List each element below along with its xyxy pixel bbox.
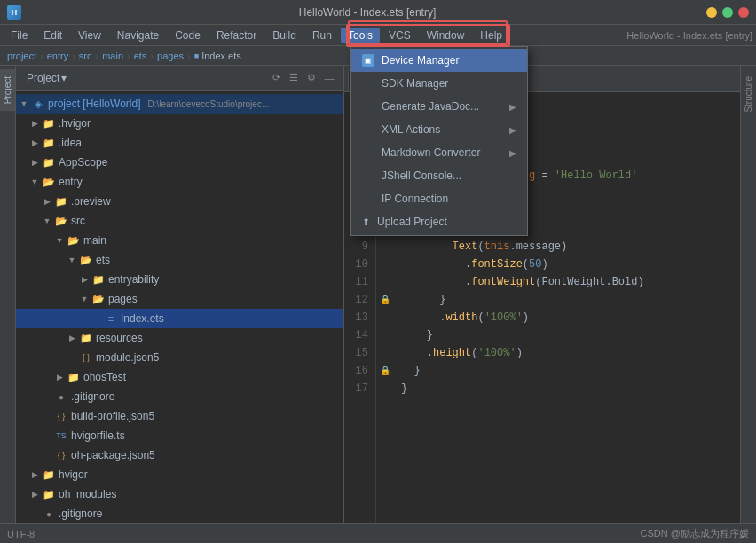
markdown-converter-label: Markdown Converter [382,146,480,159]
upload-project-label: Upload Project [377,216,447,228]
menu-item-upload-project[interactable]: ⬆ Upload Project [351,210,527,233]
code-line-12: } [401,291,733,309]
menu-item-jshell-console[interactable]: JShell Console... [351,164,527,187]
menu-item-markdown-converter[interactable]: Markdown Converter ▶ [351,141,527,164]
tree-item-hvigor[interactable]: ▶ 📁 .hvigor [16,114,343,133]
bottom-status: UTF-8 [7,529,35,539]
breadcrumb-main[interactable]: main [102,51,123,61]
generate-javadoc-label: Generate JavaDoc... [382,100,479,113]
expand-arrow: ▶ [67,334,76,342]
folder-icon: 📁 [80,332,92,344]
tree-item-pages[interactable]: ▼ 📂 pages [16,289,343,309]
submenu-arrow: ▶ [509,148,516,158]
tree-item-entryability[interactable]: ▶ 📁 entryability [16,270,343,289]
title-bar: H HelloWorld - Index.ets [entry] [0,0,756,25]
menu-help[interactable]: Help [473,28,509,43]
submenu-arrow: ▶ [509,102,516,112]
folder-open-icon: 📂 [92,293,105,305]
tree-item-hvigorfile-ts[interactable]: TS hvigorfile.ts [16,426,343,445]
minimize-button[interactable] [706,7,717,18]
tree-item-project-root[interactable]: ▼ ◈ project [HelloWorld] D:\learn\deveco… [16,94,343,114]
bottom-bar: UTF-8 CSDN @励志成为程序媛 [0,523,756,543]
expand-arrow: ▶ [55,373,64,382]
breadcrumb-ets[interactable]: ets [134,51,147,61]
menu-file[interactable]: File [4,28,35,43]
breadcrumb-file: ■ Index.ets [194,51,241,61]
expand-arrow: ▼ [55,236,64,245]
menu-refactor[interactable]: Refactor [209,28,264,43]
menu-navigate[interactable]: Navigate [110,28,166,43]
tree-item-appscope[interactable]: ▶ 📁 AppScope [16,153,343,172]
breadcrumb-entry[interactable]: entry [47,51,68,61]
tree-item-hvigor-root[interactable]: ▶ 📁 hvigor [16,465,343,484]
tree-item-idea[interactable]: ▶ 📁 .idea [16,133,343,153]
tree-item-gitignore-root[interactable]: ● .gitignore [16,504,343,523]
expand-arrow: ▶ [30,138,39,147]
ip-connection-label: IP Connection [382,193,448,205]
menu-item-ip-connection[interactable]: IP Connection [351,187,527,210]
panel-dropdown-arrow: ▾ [61,72,67,84]
breadcrumb-project[interactable]: project [7,51,36,61]
menu-tools[interactable]: Tools [341,28,380,43]
file-ts-icon: TS [55,429,67,442]
panel-icon-collapse[interactable]: ☰ [287,71,301,85]
tree-item-preview[interactable]: ▶ 📁 .preview [16,192,343,211]
title-display: HelloWorld - Index.ets [entry] [626,30,752,41]
tree-item-ohostest[interactable]: ▶ 📁 ohosTest [16,367,343,387]
file-tree: ▼ ◈ project [HelloWorld] D:\learn\deveco… [16,90,343,523]
tree-item-gitignore-entry[interactable]: ● .gitignore [16,387,343,406]
tree-item-ets[interactable]: ▼ 📂 ets [16,250,343,270]
file-generic-icon: ● [55,390,67,403]
tree-item-oh-modules[interactable]: ▶ 📁 oh_modules [16,484,343,504]
menu-edit[interactable]: Edit [36,28,69,43]
bottom-right: CSDN @励志成为程序媛 [641,527,749,540]
folder-icon: 📁 [43,156,55,169]
menu-bar: File Edit View Navigate Code Refactor Bu… [0,25,756,46]
tree-item-main[interactable]: ▼ 📂 main [16,231,343,250]
tree-item-index-ets[interactable]: ≡ Index.ets [16,309,343,328]
folder-open-icon: 📂 [67,234,80,247]
close-button[interactable] [738,7,749,18]
expand-arrow: ▶ [30,470,39,479]
panel-dropdown[interactable]: Project ▾ [23,70,70,86]
tree-item-module-json[interactable]: { } module.json5 [16,348,343,367]
menu-item-device-manager[interactable]: ▣ Device Manager [351,49,527,72]
upload-icon: ⬆ [362,216,370,228]
panel-icon-close[interactable]: — [322,71,336,85]
maximize-button[interactable] [722,7,733,18]
menu-build[interactable]: Build [265,28,303,43]
tree-item-oh-package[interactable]: { } oh-package.json5 [16,445,343,465]
sidebar-tab-structure[interactable]: Structure [741,69,756,120]
jshell-console-label: JShell Console... [382,169,461,182]
project-icon: ◈ [32,98,44,110]
right-sidebar: Structure [740,66,756,523]
menu-vcs[interactable]: VCS [382,28,418,43]
code-line-11: .fontWeight(FontWeight.Bold) [401,273,733,291]
menu-view[interactable]: View [71,28,108,43]
folder-icon: 📁 [43,488,55,500]
menu-item-generate-javadoc[interactable]: Generate JavaDoc... ▶ [351,95,527,118]
panel-icon-sync[interactable]: ⟳ [269,71,283,85]
breadcrumb-pages[interactable]: pages [157,51,184,61]
app-logo: H [7,5,21,20]
tree-item-resources[interactable]: ▶ 📁 resources [16,328,343,348]
xml-actions-label: XML Actions [382,123,440,136]
breadcrumb-src[interactable]: src [79,51,92,61]
expand-arrow: ▶ [30,490,39,499]
menu-run[interactable]: Run [305,28,339,43]
menu-item-sdk-manager[interactable]: SDK Manager [351,72,527,95]
tree-item-entry[interactable]: ▼ 📂 entry [16,172,343,192]
code-line-17: } [401,380,733,397]
tree-item-src[interactable]: ▼ 📂 src [16,211,343,231]
menu-window[interactable]: Window [420,28,472,43]
sidebar-tab-project[interactable]: Project [0,69,15,111]
sdk-manager-label: SDK Manager [382,77,448,90]
tree-item-build-profile[interactable]: { } build-profile.json5 [16,406,343,426]
expand-arrow: ▼ [20,99,28,108]
panel-icon-settings[interactable]: ⚙ [304,71,319,85]
menu-code[interactable]: Code [168,28,208,43]
device-manager-label: Device Manager [382,54,459,67]
menu-item-xml-actions[interactable]: XML Actions ▶ [351,118,527,141]
folder-open-icon: 📂 [80,254,92,266]
folder-icon: 📁 [43,117,55,130]
